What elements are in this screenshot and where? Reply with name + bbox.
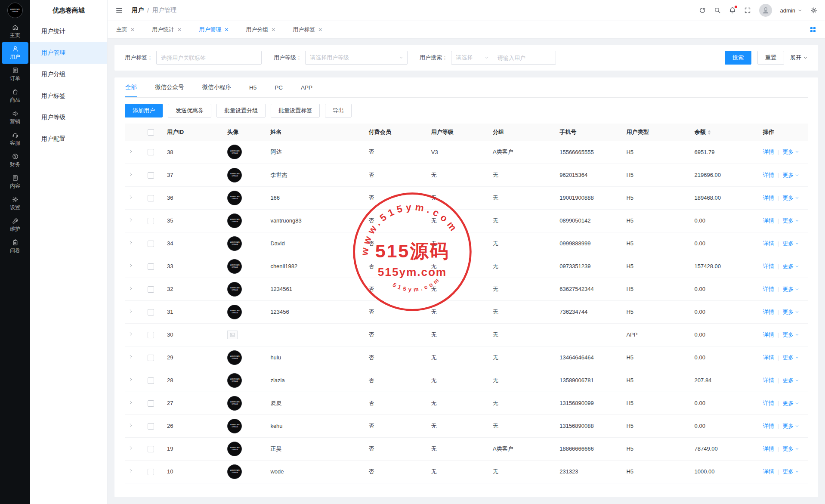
search-icon[interactable] (714, 7, 721, 14)
sort-icons[interactable] (708, 130, 711, 135)
row-more-link[interactable]: 更多 (782, 445, 799, 453)
app-logo[interactable]: AMERICANDREAM (0, 0, 30, 21)
submenu-item-2[interactable]: 用户分组 (30, 64, 107, 85)
row-detail-link[interactable]: 详情 (763, 377, 774, 384)
open-tab-4[interactable]: 用户标签✕ (293, 26, 322, 34)
open-tab-1[interactable]: 用户统计✕ (152, 26, 182, 34)
open-tab-3[interactable]: 用户分组✕ (246, 26, 275, 34)
row-checkbox[interactable] (148, 423, 154, 430)
row-expand-icon[interactable] (128, 309, 133, 314)
row-checkbox[interactable] (148, 218, 154, 224)
add-user-button[interactable]: 添加用户 (125, 104, 163, 117)
row-detail-link[interactable]: 详情 (763, 194, 774, 202)
row-checkbox[interactable] (148, 263, 154, 270)
row-more-link[interactable]: 更多 (782, 217, 799, 225)
row-expand-icon[interactable] (128, 423, 133, 428)
sidebar-item-survey[interactable]: 问卷 (2, 236, 28, 257)
batch-group-button[interactable]: 批量设置分组 (216, 104, 266, 117)
row-expand-icon[interactable] (128, 354, 133, 359)
tab-close-icon[interactable]: ✕ (130, 27, 135, 33)
sidebar-item-settings[interactable]: 设置 (2, 193, 28, 214)
row-expand-icon[interactable] (128, 217, 133, 223)
notifications-bell-icon[interactable] (729, 7, 736, 14)
row-more-link[interactable]: 更多 (782, 422, 799, 430)
row-more-link[interactable]: 更多 (782, 240, 799, 247)
refresh-icon[interactable] (699, 7, 706, 14)
submenu-item-4[interactable]: 用户等级 (30, 107, 107, 128)
row-detail-link[interactable]: 详情 (763, 217, 774, 225)
tab-options-grid-icon[interactable] (810, 26, 816, 33)
row-more-link[interactable]: 更多 (782, 331, 799, 339)
row-expand-icon[interactable] (128, 286, 133, 291)
column-header-balance[interactable]: 余额 (691, 124, 760, 141)
row-checkbox[interactable] (148, 355, 154, 361)
row-detail-link[interactable]: 详情 (763, 331, 774, 339)
row-detail-link[interactable]: 详情 (763, 354, 774, 362)
channel-tab-2[interactable]: 微信小程序 (202, 77, 232, 97)
row-more-link[interactable]: 更多 (782, 377, 799, 384)
user-menu[interactable]: admin (780, 7, 802, 14)
row-expand-icon[interactable] (128, 400, 133, 405)
row-checkbox[interactable] (148, 446, 154, 452)
tab-close-icon[interactable]: ✕ (271, 27, 275, 33)
row-detail-link[interactable]: 详情 (763, 445, 774, 453)
sidebar-item-order[interactable]: 订单 (2, 64, 28, 85)
row-detail-link[interactable]: 详情 (763, 148, 774, 156)
channel-tab-0[interactable]: 全部 (125, 77, 137, 97)
sidebar-item-marketing[interactable]: 营销 (2, 107, 28, 128)
user-avatar[interactable] (759, 4, 772, 17)
batch-tag-button[interactable]: 批量设置标签 (271, 104, 320, 117)
expand-toggle[interactable]: 展开 (790, 54, 808, 62)
row-checkbox[interactable] (148, 172, 154, 179)
sidebar-item-maintain[interactable]: 维护 (2, 214, 28, 236)
row-more-link[interactable]: 更多 (782, 285, 799, 293)
send-coupon-button[interactable]: 发送优惠券 (168, 104, 211, 117)
row-more-link[interactable]: 更多 (782, 468, 799, 476)
row-detail-link[interactable]: 详情 (763, 308, 774, 316)
row-more-link[interactable]: 更多 (782, 354, 799, 362)
row-more-link[interactable]: 更多 (782, 194, 799, 202)
submenu-item-1[interactable]: 用户管理 (30, 42, 107, 64)
row-detail-link[interactable]: 详情 (763, 468, 774, 476)
row-detail-link[interactable]: 详情 (763, 263, 774, 270)
reset-button[interactable]: 重置 (757, 51, 784, 65)
row-checkbox[interactable] (148, 286, 154, 293)
sidebar-item-service[interactable]: 客服 (2, 128, 28, 150)
channel-tab-3[interactable]: H5 (249, 78, 257, 97)
row-expand-icon[interactable] (128, 195, 133, 200)
channel-tab-5[interactable]: APP (300, 78, 313, 97)
row-more-link[interactable]: 更多 (782, 171, 799, 179)
row-detail-link[interactable]: 详情 (763, 422, 774, 430)
row-checkbox[interactable] (148, 149, 154, 155)
submenu-item-0[interactable]: 用户统计 (30, 21, 107, 42)
tab-close-icon[interactable]: ✕ (318, 27, 322, 33)
export-button[interactable]: 导出 (325, 104, 352, 117)
row-expand-icon[interactable] (128, 445, 133, 451)
user-search-input[interactable] (493, 51, 556, 65)
row-more-link[interactable]: 更多 (782, 399, 799, 407)
row-more-link[interactable]: 更多 (782, 148, 799, 156)
sidebar-item-home[interactable]: 主页 (2, 21, 28, 42)
row-more-link[interactable]: 更多 (782, 308, 799, 316)
row-expand-icon[interactable] (128, 172, 133, 177)
row-checkbox[interactable] (148, 400, 154, 407)
row-checkbox[interactable] (148, 309, 154, 315)
sidebar-item-finance[interactable]: 财务 (2, 150, 28, 171)
row-expand-icon[interactable] (128, 468, 133, 473)
open-tab-2[interactable]: 用户管理✕ (199, 26, 229, 34)
channel-tab-1[interactable]: 微信公众号 (154, 77, 185, 97)
sidebar-item-goods[interactable]: 商品 (2, 85, 28, 107)
row-expand-icon[interactable] (128, 240, 133, 245)
row-more-link[interactable]: 更多 (782, 263, 799, 270)
row-expand-icon[interactable] (128, 263, 133, 268)
row-detail-link[interactable]: 详情 (763, 171, 774, 179)
row-expand-icon[interactable] (128, 149, 133, 154)
row-expand-icon[interactable] (128, 331, 133, 337)
row-expand-icon[interactable] (128, 377, 133, 382)
row-checkbox[interactable] (148, 241, 154, 247)
row-detail-link[interactable]: 详情 (763, 240, 774, 247)
row-detail-link[interactable]: 详情 (763, 399, 774, 407)
row-detail-link[interactable]: 详情 (763, 285, 774, 293)
fullscreen-icon[interactable] (744, 7, 751, 14)
row-checkbox[interactable] (148, 195, 154, 201)
